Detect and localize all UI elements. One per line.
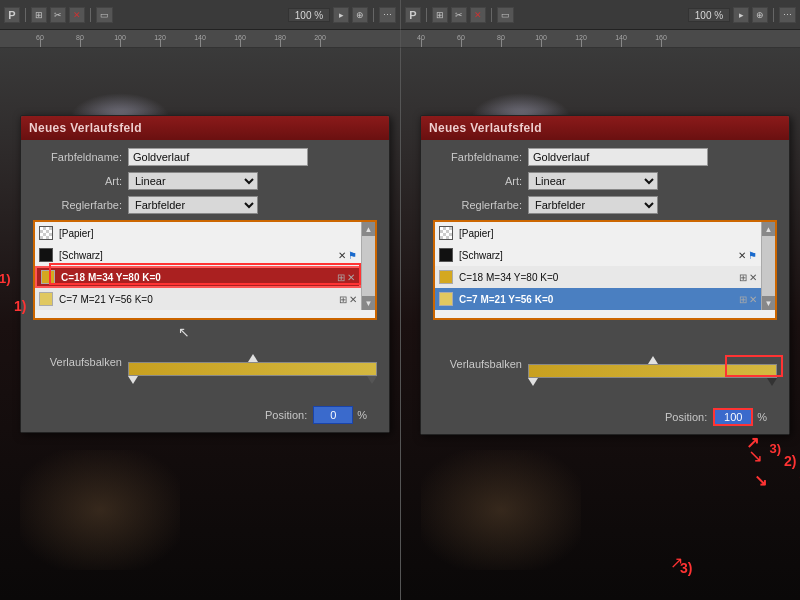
more-icon-right[interactable]: ⋯ [779,7,796,23]
left-gradient-bar[interactable] [128,362,377,376]
left-scroll-down[interactable]: ▼ [362,296,375,310]
right-position-row: Position: % [433,408,777,426]
left-title-text: Neues Verlaufsfeld [29,121,142,135]
left-papier-color [39,226,53,240]
zoom-percent-right[interactable]: 100 % [688,8,730,22]
left-dialog: 1) Neues Verlaufsfeld Farbfeldname: Art:… [20,115,390,433]
right-top-marker[interactable] [648,356,658,364]
right-swatch-c18[interactable]: C=18 M=34 Y=80 K=0 ⊞ ✕ [435,266,761,288]
left-farbfeldname-label: Farbfeldname: [33,151,128,163]
right-art-label: Art: [433,175,528,187]
left-verlauf-bar-wrapper [128,352,377,390]
right-reglerfarbe-select[interactable]: Farbfelder [528,196,658,214]
nav-icon-left[interactable]: ⊕ [352,7,368,23]
left-verlauf-label: Verlaufsbalken [33,356,128,368]
divider-2 [90,8,91,22]
divider-6 [773,8,774,22]
right-dialog: Neues Verlaufsfeld Farbfeldname: Art: Li… [420,115,790,435]
right-swatch-schwarz[interactable]: [Schwarz] ✕ ⚑ [435,244,761,266]
right-c7-x-icon: ✕ [749,294,757,305]
right-reglerfarbe-label: Reglerfarbe: [433,199,528,211]
right-papier-name: [Papier] [459,228,757,239]
zoom-btn-right[interactable]: ▸ [733,7,749,23]
left-farbfeldname-input[interactable] [128,148,308,166]
left-top-marker[interactable] [248,354,258,362]
zoom-btn-left[interactable]: ▸ [333,7,349,23]
right-position-unit: % [757,411,767,423]
ruler-tick-r [661,39,662,47]
toolbar-rect-icon-right[interactable]: ▭ [497,7,514,23]
left-bottom-marker-right[interactable] [367,376,377,384]
left-cursor-area: ↖ [43,324,377,344]
annotation-1: 1) [0,271,11,286]
right-bottom-marker-right[interactable] [767,378,777,386]
annotation-label-1: 1) [14,298,26,314]
left-swatch-c7[interactable]: C=7 M=21 Y=56 K=0 ⊞ ✕ [35,288,361,310]
right-verlauf-bar-wrapper [528,354,777,392]
toolbar-p-icon-right[interactable]: P [405,7,421,23]
right-c7-name: C=7 M=21 Y=56 K=0 [459,294,739,305]
ruler-tick [240,39,241,47]
bottle-left [20,450,180,570]
zoom-percent-left[interactable]: 100 % [288,8,330,22]
right-c7-icons: ⊞ ✕ [739,294,757,305]
right-position-input[interactable] [713,408,753,426]
left-farbfeldname-row: Farbfeldname: [33,148,377,166]
right-title-text: Neues Verlaufsfeld [429,121,542,135]
left-swatch-papier[interactable]: [Papier] [35,222,361,244]
left-schwarz-name: [Schwarz] [59,250,338,261]
right-swatch-c7[interactable]: C=7 M=21 Y=56 K=0 ⊞ ✕ [435,288,761,310]
ruler-tick-r [581,39,582,47]
divider-4 [426,8,427,22]
left-position-input[interactable] [313,406,353,424]
right-art-row: Art: Linear [433,172,777,190]
toolbar-x-icon-right[interactable]: ✕ [470,7,486,23]
right-c18-grid-icon: ⊞ [739,272,747,283]
right-farbfeldname-input[interactable] [528,148,708,166]
ruler-tick-r [541,39,542,47]
toolbar-scissor-icon-right[interactable]: ✂ [451,7,467,23]
left-swatch-schwarz[interactable]: [Schwarz] ✕ ⚑ [35,244,361,266]
left-scroll-up[interactable]: ▲ [362,222,375,236]
right-scroll-down[interactable]: ▼ [762,296,775,310]
right-c18-name: C=18 M=34 Y=80 K=0 [459,272,739,283]
ruler-tick-r [501,39,502,47]
right-art-select[interactable]: Linear [528,172,658,190]
ruler-tick [160,39,161,47]
right-swatch-papier[interactable]: [Papier] [435,222,761,244]
left-reglerfarbe-select-wrapper: Farbfelder [128,196,258,214]
left-bottom-marker-left[interactable] [128,376,138,384]
right-c7-color [439,292,453,306]
right-swatch-scrollbar[interactable]: ▲ ▼ [761,222,775,310]
left-position-row: Position: % [33,406,377,424]
left-dialog-title: Neues Verlaufsfeld [21,116,389,140]
ruler-tick-r [621,39,622,47]
toolbar-x-icon-left[interactable]: ✕ [69,7,85,23]
nav-icon-right[interactable]: ⊕ [752,7,768,23]
toolbar-grid-icon-left[interactable]: ⊞ [31,7,47,23]
more-icon-left[interactable]: ⋯ [379,7,396,23]
right-scroll-up[interactable]: ▲ [762,222,775,236]
right-toolbar: P ⊞ ✂ ✕ ▭ 100 % ▸ ⊕ ⋯ [400,0,800,30]
left-schwarz-flag-icon: ⚑ [348,250,357,261]
right-c18-icons: ⊞ ✕ [739,272,757,283]
toolbar-rect-icon-left[interactable]: ▭ [96,7,113,23]
right-spacer [433,324,777,346]
left-schwarz-icons: ✕ ⚑ [338,250,357,261]
left-art-label: Art: [33,175,128,187]
left-art-select-wrapper: Linear [128,172,258,190]
toolbar-scissor-icon-left[interactable]: ✂ [50,7,66,23]
right-position-label: Position: [665,411,707,423]
toolbar-p-icon-left[interactable]: P [4,7,20,23]
left-c18-icons: ⊞ ✕ [337,272,355,283]
toolbar-grid-icon-right[interactable]: ⊞ [432,7,448,23]
right-gradient-bar[interactable] [528,364,777,378]
right-verlauf-section: Verlaufsbalken [433,354,777,392]
right-bottom-marker-left[interactable] [528,378,538,386]
left-swatch-c18[interactable]: C=18 M=34 Y=80 K=0 ⊞ ✕ [35,266,361,288]
left-c7-color [39,292,53,306]
left-art-select[interactable]: Linear [128,172,258,190]
left-swatch-scrollbar[interactable]: ▲ ▼ [361,222,375,310]
left-c18-grid-icon: ⊞ [337,272,345,283]
left-reglerfarbe-select[interactable]: Farbfelder [128,196,258,214]
